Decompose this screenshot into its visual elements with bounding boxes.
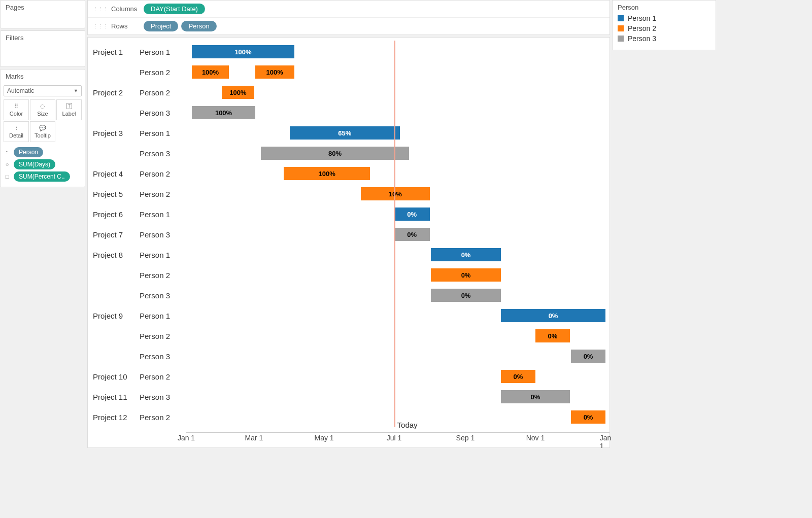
marks-type-select[interactable]: Automatic ▼ xyxy=(4,85,82,96)
person-label: Person 1 xyxy=(140,129,186,137)
axis-tick: Sep 1 xyxy=(456,434,475,442)
gantt-track: 0% xyxy=(186,245,604,265)
gantt-row: Person 3100% xyxy=(93,102,604,123)
gantt-row: Project 5Person 210% xyxy=(93,184,604,204)
gantt-bar[interactable]: 0% xyxy=(571,410,605,424)
size-icon: ◌ xyxy=(31,103,54,109)
gantt-bar[interactable]: 10% xyxy=(361,187,430,200)
gantt-bar[interactable]: 100% xyxy=(192,45,294,58)
marks-color-button[interactable]: ⠿Color xyxy=(4,99,29,120)
chevron-down-icon: ▼ xyxy=(74,88,78,93)
person-label: Person 1 xyxy=(140,210,186,219)
pill-icon: ○ xyxy=(4,161,11,167)
person-label: Person 1 xyxy=(140,312,186,320)
shelves: ⋮⋮⋮Columns DAY(Start Date) ⋮⋮⋮Rows Proje… xyxy=(87,0,610,35)
gantt-bar[interactable]: 100% xyxy=(192,65,228,79)
today-label: Today xyxy=(397,421,418,429)
gantt-bar[interactable]: 100% xyxy=(222,86,254,99)
gantt-track: 10% xyxy=(186,184,604,204)
gantt-track: 0% xyxy=(186,224,604,245)
person-label: Person 2 xyxy=(140,190,186,198)
project-label: Project 9 xyxy=(93,312,140,320)
gantt-row: Person 20% xyxy=(93,326,604,346)
project-label: Project 7 xyxy=(93,230,140,239)
person-label: Person 3 xyxy=(140,230,186,239)
grip-icon: ⋮⋮⋮ xyxy=(93,23,108,29)
axis-tick: Mar 1 xyxy=(245,434,263,442)
gantt-bar[interactable]: 80% xyxy=(261,147,409,160)
gantt-bar[interactable]: 0% xyxy=(571,350,605,363)
gantt-track: 0% xyxy=(186,366,604,387)
gantt-track: 0% xyxy=(186,407,604,427)
project-label: Project 11 xyxy=(93,393,140,401)
marks-panel-title: Marks xyxy=(1,70,85,83)
marks-label-button[interactable]: 🅃Label xyxy=(56,99,82,120)
gantt-row: Project 3Person 165% xyxy=(93,123,604,143)
legend-label: Person 2 xyxy=(628,24,656,32)
gantt-row: Project 8Person 10% xyxy=(93,245,604,265)
gantt-bar[interactable]: 0% xyxy=(431,268,501,282)
columns-shelf[interactable]: ⋮⋮⋮Columns DAY(Start Date) xyxy=(88,1,610,18)
gantt-track: 65% xyxy=(186,123,604,143)
gantt-bar[interactable]: 100% xyxy=(192,106,255,119)
legend-label: Person 1 xyxy=(628,14,656,22)
gantt-bar[interactable]: 100% xyxy=(284,167,370,180)
pill-icon: :: xyxy=(4,149,11,155)
gantt-row: Project 2Person 2100% xyxy=(93,82,604,102)
color-icon: ⠿ xyxy=(5,103,27,109)
legend-swatch xyxy=(618,25,624,31)
gantt-row: Person 380% xyxy=(93,143,604,163)
gantt-bar[interactable]: 0% xyxy=(394,228,430,241)
gantt-track: 0% xyxy=(186,326,604,346)
person-label: Person 2 xyxy=(140,372,186,381)
shelf-pill[interactable]: DAY(Start Date) xyxy=(144,4,205,14)
filters-panel-title: Filters xyxy=(1,31,85,45)
gantt-bar[interactable]: 65% xyxy=(290,126,400,140)
legend-item[interactable]: Person 3 xyxy=(618,33,710,44)
color-legend[interactable]: Person Person 1Person 2Person 3 xyxy=(612,0,716,50)
gantt-viz[interactable]: Project 1Person 1100%Person 2100%100%Pro… xyxy=(87,37,610,448)
gantt-bar[interactable]: 0% xyxy=(431,248,501,261)
person-label: Person 2 xyxy=(140,332,186,340)
gantt-bar[interactable]: 0% xyxy=(501,370,535,383)
today-reference-line xyxy=(394,41,395,427)
legend-item[interactable]: Person 1 xyxy=(618,13,710,23)
shelf-pill[interactable]: Project xyxy=(144,21,178,31)
gantt-bar[interactable]: 0% xyxy=(394,208,430,221)
marks-pill[interactable]: □SUM(Percent C.. xyxy=(4,171,82,182)
marks-pill[interactable]: ○SUM(Days) xyxy=(4,159,82,169)
gantt-bar[interactable]: 0% xyxy=(501,309,605,322)
pages-panel-title: Pages xyxy=(1,1,85,14)
gantt-bar[interactable]: 0% xyxy=(501,390,570,403)
marks-detail-button[interactable]: ⋮Detail xyxy=(4,121,29,142)
gantt-bar[interactable]: 100% xyxy=(255,65,294,79)
gantt-row: Person 30% xyxy=(93,285,604,305)
person-label: Person 3 xyxy=(140,109,186,117)
project-label: Project 1 xyxy=(93,48,140,56)
legend-swatch xyxy=(618,15,624,21)
gantt-row: Project 11Person 30% xyxy=(93,387,604,407)
marks-type-label: Automatic xyxy=(7,87,34,94)
axis-tick: Nov 1 xyxy=(526,434,545,442)
person-label: Person 3 xyxy=(140,393,186,401)
project-label: Project 3 xyxy=(93,129,140,137)
pill-icon: □ xyxy=(4,174,11,180)
legend-title: Person xyxy=(618,4,710,11)
gantt-track: 0% xyxy=(186,285,604,305)
shelf-pill[interactable]: Person xyxy=(181,21,216,31)
marks-tooltip-button[interactable]: 💬Tooltip xyxy=(30,121,55,142)
gantt-row: Project 4Person 2100% xyxy=(93,163,604,184)
gantt-row: Project 10Person 20% xyxy=(93,366,604,387)
project-label: Project 10 xyxy=(93,372,140,381)
grip-icon: ⋮⋮⋮ xyxy=(93,6,108,12)
gantt-bar[interactable]: 0% xyxy=(535,329,570,342)
pill-label: SUM(Days) xyxy=(14,159,55,169)
gantt-track: 80% xyxy=(186,143,604,163)
axis-tick: Jan 1 xyxy=(178,434,195,442)
person-label: Person 2 xyxy=(140,88,186,97)
rows-shelf[interactable]: ⋮⋮⋮Rows ProjectPerson xyxy=(88,18,610,34)
legend-item[interactable]: Person 2 xyxy=(618,23,710,33)
marks-pill[interactable]: ::Person xyxy=(4,147,82,157)
gantt-bar[interactable]: 0% xyxy=(431,289,501,302)
marks-size-button[interactable]: ◌Size xyxy=(30,99,55,120)
